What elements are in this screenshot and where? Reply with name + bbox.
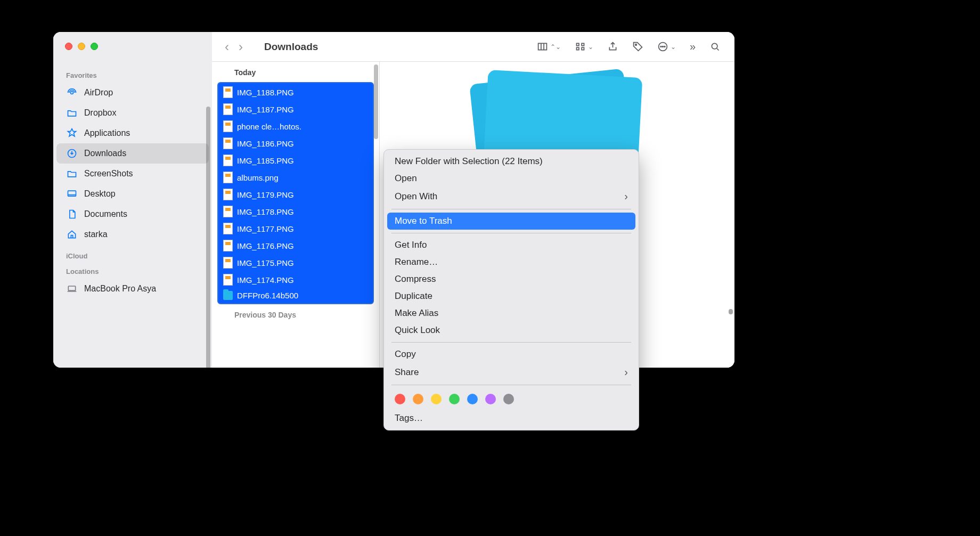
window-title: Downloads: [264, 41, 318, 53]
svg-rect-8: [582, 47, 584, 50]
search-button[interactable]: [705, 39, 725, 54]
view-columns-button[interactable]: ⌃⌄: [533, 39, 565, 54]
sidebar-item-label: AirDrop: [84, 88, 113, 98]
file-column: Today IMG_1188.PNG IMG_1187.PNG phone cl…: [212, 62, 380, 368]
ctx-quick-look[interactable]: Quick Look: [384, 322, 639, 339]
ctx-open-with[interactable]: Open With: [384, 187, 639, 206]
file-column-scrollbar[interactable]: [374, 64, 378, 139]
svg-point-12: [663, 46, 664, 47]
file-name: IMG_1187.PNG: [237, 105, 294, 114]
file-name: phone cle…hotos.: [237, 122, 301, 131]
sidebar-scrollbar[interactable]: [206, 107, 210, 368]
ctx-make-alias[interactable]: Make Alias: [384, 305, 639, 322]
zoom-window-button[interactable]: [91, 43, 98, 50]
file-row[interactable]: phone cle…hotos.: [219, 118, 372, 135]
sidebar-item-documents[interactable]: Documents: [56, 204, 209, 224]
svg-rect-5: [576, 43, 578, 45]
file-name: IMG_1174.PNG: [237, 275, 294, 285]
ctx-get-info[interactable]: Get Info: [384, 237, 639, 254]
sidebar-section-favorites: Favorites: [53, 71, 212, 79]
ctx-tags[interactable]: Tags…: [384, 410, 639, 427]
ctx-separator: [391, 233, 631, 233]
file-name: albums.png: [237, 173, 279, 182]
tag-red[interactable]: [395, 394, 405, 404]
group-by-button[interactable]: ⌄: [570, 39, 598, 54]
preview-scrollbar[interactable]: [729, 309, 733, 314]
sidebar: Favorites AirDrop Dropbox Applications D…: [53, 32, 212, 368]
file-name: IMG_1178.PNG: [237, 207, 294, 216]
sidebar-item-airdrop[interactable]: AirDrop: [56, 83, 209, 103]
svg-rect-7: [576, 47, 578, 50]
toolbar-overflow-button[interactable]: »: [685, 38, 700, 55]
file-name: IMG_1188.PNG: [237, 88, 294, 97]
sidebar-item-home[interactable]: starka: [56, 224, 209, 245]
airdrop-icon: [66, 87, 78, 99]
svg-rect-3: [68, 286, 75, 290]
sidebar-item-label: ScreenShots: [84, 169, 133, 178]
sidebar-item-label: Dropbox: [84, 108, 116, 118]
svg-rect-2: [68, 191, 76, 196]
group-header-prev: Previous 30 Days: [212, 304, 379, 324]
ctx-compress[interactable]: Compress: [384, 271, 639, 288]
file-row[interactable]: albums.png: [219, 169, 372, 186]
file-name: IMG_1179.PNG: [237, 190, 294, 199]
file-row[interactable]: IMG_1178.PNG: [219, 203, 372, 220]
svg-rect-4: [538, 43, 547, 50]
ctx-rename[interactable]: Rename…: [384, 254, 639, 271]
file-row[interactable]: IMG_1186.PNG: [219, 135, 372, 152]
toolbar: ‹ › Downloads ⌃⌄ ⌄ ⌄ »: [212, 32, 734, 62]
file-name: IMG_1177.PNG: [237, 224, 294, 233]
folder-icon: [223, 291, 233, 300]
sidebar-item-screenshots[interactable]: ScreenShots: [56, 164, 209, 184]
ctx-copy[interactable]: Copy: [384, 346, 639, 363]
file-row[interactable]: IMG_1188.PNG: [219, 84, 372, 101]
file-row[interactable]: IMG_1175.PNG: [219, 254, 372, 271]
sidebar-item-applications[interactable]: Applications: [56, 123, 209, 143]
file-row[interactable]: IMG_1179.PNG: [219, 186, 372, 203]
sidebar-item-label: starka: [84, 230, 108, 239]
file-row[interactable]: IMG_1176.PNG: [219, 237, 372, 254]
close-window-button[interactable]: [65, 43, 72, 50]
ctx-separator: [391, 385, 631, 385]
minimize-window-button[interactable]: [78, 43, 85, 50]
file-name: IMG_1186.PNG: [237, 139, 294, 148]
tags-button[interactable]: [628, 39, 648, 54]
file-row[interactable]: IMG_1187.PNG: [219, 101, 372, 118]
tag-gray[interactable]: [503, 394, 514, 404]
sidebar-item-desktop[interactable]: Desktop: [56, 184, 209, 204]
file-row[interactable]: IMG_1185.PNG: [219, 152, 372, 169]
ctx-open[interactable]: Open: [384, 170, 639, 187]
ctx-tag-colors: [384, 388, 639, 410]
nav-forward-button[interactable]: ›: [235, 38, 246, 55]
sidebar-item-downloads[interactable]: Downloads: [56, 143, 209, 164]
file-row[interactable]: DFFPro6.14b500: [219, 288, 372, 303]
tag-green[interactable]: [449, 394, 460, 404]
share-button[interactable]: [603, 39, 623, 54]
sidebar-item-label: MacBook Pro Asya: [84, 284, 156, 294]
file-selection: IMG_1188.PNG IMG_1187.PNG phone cle…hoto…: [217, 82, 374, 304]
sidebar-item-label: Documents: [84, 209, 127, 219]
nav-back-button[interactable]: ‹: [222, 38, 232, 55]
file-name: DFFPro6.14b500: [237, 291, 298, 300]
action-menu-button[interactable]: ⌄: [653, 39, 680, 54]
svg-point-14: [712, 43, 717, 49]
tag-blue[interactable]: [467, 394, 478, 404]
sidebar-item-label: Downloads: [84, 149, 126, 158]
laptop-icon: [66, 283, 78, 295]
sidebar-item-label: Desktop: [84, 189, 116, 199]
sidebar-item-dropbox[interactable]: Dropbox: [56, 103, 209, 123]
window-controls: [53, 43, 212, 50]
sidebar-section-locations: Locations: [53, 267, 212, 275]
tag-yellow[interactable]: [431, 394, 442, 404]
file-row[interactable]: IMG_1174.PNG: [219, 271, 372, 288]
tag-purple[interactable]: [485, 394, 496, 404]
file-name: IMG_1176.PNG: [237, 241, 294, 250]
svg-rect-6: [582, 43, 584, 45]
ctx-move-to-trash[interactable]: Move to Trash: [387, 213, 635, 230]
sidebar-item-macbook[interactable]: MacBook Pro Asya: [56, 279, 209, 299]
ctx-new-folder[interactable]: New Folder with Selection (22 Items): [384, 153, 639, 170]
ctx-duplicate[interactable]: Duplicate: [384, 288, 639, 305]
ctx-share[interactable]: Share: [384, 363, 639, 381]
tag-orange[interactable]: [413, 394, 423, 404]
file-row[interactable]: IMG_1177.PNG: [219, 220, 372, 237]
